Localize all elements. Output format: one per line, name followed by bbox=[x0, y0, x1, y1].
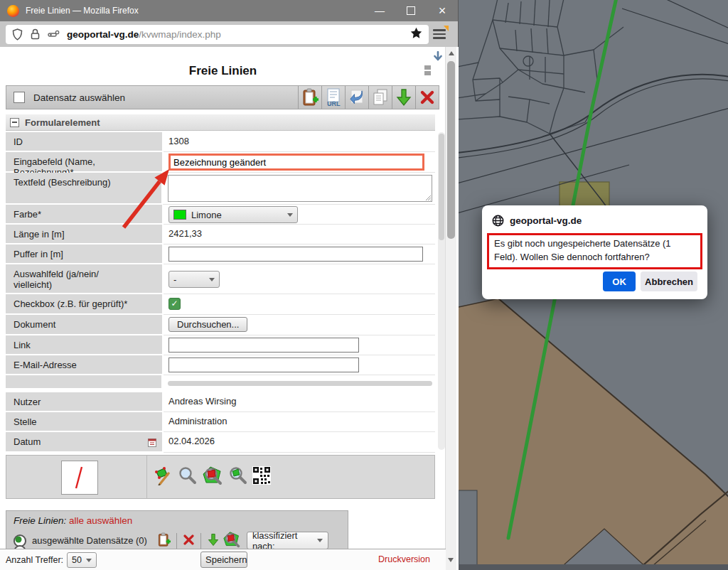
print-version-link[interactable]: Druckversion bbox=[378, 554, 430, 564]
form-row-name: Eingabefeld (Name, Bezeichnung)* bbox=[6, 152, 435, 173]
qr-code-button[interactable] bbox=[252, 466, 271, 487]
menu-icon[interactable] bbox=[433, 29, 446, 39]
bookmark-star-icon[interactable] bbox=[410, 27, 422, 41]
collapse-icon[interactable] bbox=[10, 118, 19, 127]
select-all-link[interactable]: alle auswählen bbox=[69, 515, 132, 526]
cancel-button[interactable]: Abbrechen bbox=[641, 271, 697, 291]
field-label-name: Eingabefeld (Name, Bezeichnung)* bbox=[6, 152, 162, 173]
dialog-message-annotation-box: Es gibt noch ungespeicherte Datensätze (… bbox=[487, 233, 702, 269]
form-row-color: Farbe* Limone bbox=[6, 205, 435, 225]
chevron-down-icon bbox=[86, 559, 92, 562]
url-host: geoportal-vg.de bbox=[67, 29, 139, 40]
hits-label: Anzahl Treffer: bbox=[6, 555, 63, 565]
form-row-checkbox: Checkbox (z.B. für geprüft)* ✓ bbox=[6, 294, 435, 315]
field-label-email: E-Mail-Adresse bbox=[6, 355, 162, 375]
form-row-hscroll bbox=[6, 375, 435, 388]
export-selection-button[interactable] bbox=[207, 533, 220, 549]
field-label-color: Farbe* bbox=[6, 205, 162, 225]
copy-record-button[interactable] bbox=[368, 86, 392, 109]
globe-icon bbox=[492, 215, 504, 227]
form-vertical-scrollbar[interactable] bbox=[438, 132, 445, 450]
form-row-length: Länge in [m] 2421,33 bbox=[6, 225, 435, 244]
color-swatch bbox=[173, 210, 186, 220]
show-url-button[interactable]: URL bbox=[321, 86, 345, 109]
page-content: Freie Linien Datensatz auswählen bbox=[0, 47, 459, 570]
checked-checkbox[interactable]: ✓ bbox=[168, 298, 181, 310]
dialog-site: geoportal-vg.de bbox=[510, 215, 582, 226]
zoom-selection-button[interactable] bbox=[223, 531, 241, 550]
copy-icon bbox=[372, 88, 389, 107]
lock-icon[interactable] bbox=[31, 28, 40, 40]
horizontal-scrollbar[interactable] bbox=[168, 381, 432, 386]
delete-record-button[interactable] bbox=[415, 86, 439, 109]
screen: geoportal-vg.de Es gibt noch ungespeiche… bbox=[0, 0, 728, 570]
scrollbar-thumb[interactable] bbox=[447, 61, 455, 239]
form-row-email: E-Mail-Adresse bbox=[6, 355, 435, 375]
titlebar: Freie Linien — Mozilla Firefox — × bbox=[0, 0, 458, 21]
delete-selection-button[interactable] bbox=[183, 534, 195, 548]
close-button[interactable]: × bbox=[427, 0, 458, 21]
new-record-small-button[interactable] bbox=[157, 532, 171, 549]
field-label-id: ID bbox=[6, 132, 162, 152]
scrollbar-up-icon[interactable] bbox=[449, 51, 454, 55]
jump-down-icon[interactable] bbox=[432, 51, 444, 65]
shield-icon[interactable] bbox=[12, 28, 23, 41]
field-label-user: Nutzer bbox=[6, 392, 162, 412]
export-button[interactable] bbox=[392, 86, 415, 109]
field-label-length: Länge in [m] bbox=[6, 225, 162, 244]
selected-records-label: ausgewählte Datensätze (0) bbox=[32, 535, 147, 546]
new-record-button[interactable] bbox=[298, 86, 321, 109]
chevron-down-icon bbox=[317, 539, 323, 542]
form-row-role: Stelle Administration bbox=[6, 412, 435, 432]
url-path: /kvwmap/index.php bbox=[139, 29, 221, 40]
edit-geometry-button[interactable] bbox=[154, 466, 173, 488]
section-header-label: Formularelement bbox=[25, 117, 100, 128]
browse-button[interactable]: Durchsuchen... bbox=[168, 317, 247, 332]
browser-scrollbar[interactable] bbox=[445, 47, 456, 570]
classify-select-value: klassifiziert nach: bbox=[252, 530, 317, 552]
permissions-icon[interactable] bbox=[48, 30, 60, 39]
field-value-role: Administration bbox=[168, 416, 227, 426]
resize-handle-icon[interactable] bbox=[425, 195, 432, 201]
calendar-icon[interactable] bbox=[148, 438, 156, 447]
scrollbar-down-icon[interactable] bbox=[448, 558, 454, 562]
layer-name: Freie Linien: bbox=[14, 515, 66, 526]
svg-text:URL: URL bbox=[327, 100, 341, 107]
select-record-checkbox[interactable] bbox=[14, 92, 25, 103]
page-title: Freie Linien bbox=[0, 64, 446, 78]
ok-button[interactable]: OK bbox=[603, 271, 636, 291]
minimize-button[interactable]: — bbox=[364, 0, 395, 21]
link-input[interactable] bbox=[168, 338, 359, 353]
save-button[interactable]: Speichern bbox=[200, 552, 247, 568]
zoom-button[interactable] bbox=[178, 466, 197, 488]
zoom-feature-button[interactable] bbox=[228, 466, 247, 488]
field-label-role: Stelle bbox=[6, 412, 162, 432]
navigation-bar: geoportal-vg.de/kvwmap/index.php bbox=[0, 21, 458, 47]
field-label-description: Textfeld (Beschreibung) bbox=[6, 173, 161, 205]
menu-badge-icon bbox=[444, 26, 449, 31]
zoom-to-feature-button[interactable] bbox=[202, 466, 223, 488]
color-select-value: Limone bbox=[191, 210, 222, 220]
color-select[interactable]: Limone bbox=[168, 206, 298, 223]
form-row-id: ID 1308 bbox=[6, 132, 435, 152]
name-input[interactable] bbox=[168, 154, 424, 171]
field-value-date: 02.04.2026 bbox=[168, 436, 215, 446]
url-bar[interactable]: geoportal-vg.de/kvwmap/index.php bbox=[6, 25, 429, 44]
url-icon: URL bbox=[326, 88, 341, 107]
field-value-length: 2421,33 bbox=[168, 228, 202, 239]
field-label-buffer: Puffer in [m] bbox=[6, 244, 162, 264]
form-row-document: Dokument Durchsuchen... bbox=[6, 315, 435, 335]
maximize-button[interactable] bbox=[395, 0, 427, 21]
select-record-label: Datensatz auswählen bbox=[33, 92, 125, 103]
email-input[interactable] bbox=[168, 357, 359, 372]
section-header[interactable]: Formularelement bbox=[6, 114, 435, 131]
description-textarea[interactable] bbox=[168, 175, 432, 202]
hits-select[interactable]: 50 bbox=[67, 552, 97, 568]
chevron-down-icon bbox=[209, 278, 215, 281]
buffer-input[interactable] bbox=[168, 247, 423, 262]
field-value-id: 1308 bbox=[168, 136, 189, 146]
assign-button[interactable] bbox=[345, 86, 368, 109]
choice-select[interactable]: - bbox=[168, 271, 220, 288]
classify-select[interactable]: klassifiziert nach: bbox=[247, 532, 328, 549]
field-label-link: Link bbox=[6, 335, 162, 355]
